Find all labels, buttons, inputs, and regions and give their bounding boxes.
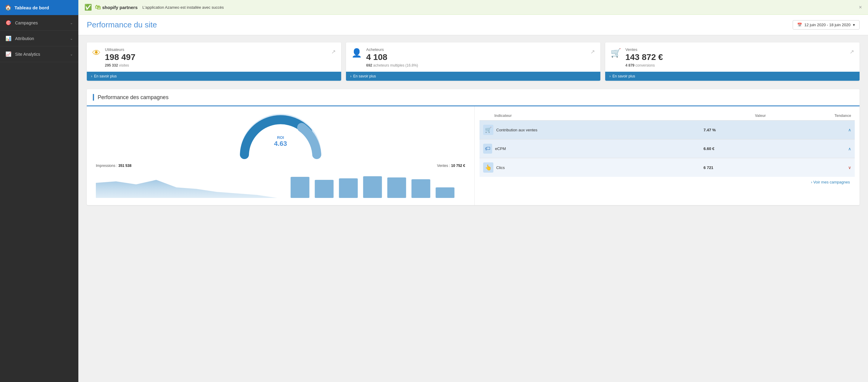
col-indicateur: Indicateur — [479, 111, 700, 121]
kpi-utilisateurs-label: Utilisateurs — [105, 47, 135, 52]
row-3-label: Clics — [496, 165, 505, 170]
sidebar-item-site-analytics[interactable]: 📈 Site Analytics ⌄ — [0, 46, 79, 62]
mini-chart-wrapper — [93, 171, 468, 199]
svg-rect-1 — [290, 177, 309, 198]
row-3-trend: ∨ — [770, 158, 855, 177]
sidebar-header[interactable]: 🏠 Tableau de bord — [0, 0, 79, 15]
kpi-acheteurs-label: Acheteurs — [366, 47, 418, 52]
table-row: 👆 Clics 6 721 ∨ — [479, 158, 855, 177]
kpi-acheteurs-cta-chevron: › — [350, 74, 351, 78]
sidebar: 🏠 Tableau de bord 🎯 Campagnes ⌄ 📊 Attrib… — [0, 0, 79, 382]
page-title: Performance du site — [87, 20, 157, 30]
gauge-chart: ROI 4.63 — [236, 113, 326, 161]
gauge-area: ROI 4.63 Impressions : 351 538 Ventes : … — [87, 106, 474, 205]
campaigns-section-title: Performance des campagnes — [98, 94, 168, 101]
kpi-ventes-sub-strong: 4 879 — [625, 63, 634, 67]
kpi-acheteurs-cta[interactable]: › En savoir plus — [346, 72, 600, 81]
main-content: ✅ 🛍 shopify partners L'application Azame… — [79, 0, 868, 382]
row-1-indicator: 🛒 Contribution aux ventes — [479, 121, 700, 139]
campaigns-section-header: Performance des campagnes — [87, 89, 860, 106]
attribution-icon: 📊 — [5, 36, 11, 41]
svg-rect-2 — [315, 180, 333, 198]
dashboard-icon: 🏠 — [5, 4, 11, 11]
kpi-acheteurs-value: 4 108 — [366, 53, 418, 62]
sidebar-item-campagnes-label: Campagnes — [15, 21, 38, 25]
row-2-trend: ∧ — [770, 139, 855, 158]
kpi-card-ventes: 🛒 Ventes 143 872 € 4 879 conversions ↗ › — [605, 42, 860, 81]
sidebar-item-site-analytics-label: Site Analytics — [15, 52, 40, 57]
svg-rect-6 — [411, 179, 430, 198]
contribution-cart-icon: 🛒 — [483, 125, 493, 135]
date-range-label: 12 juin 2020 - 18 juin 2020 — [804, 23, 850, 27]
sidebar-header-label: Tableau de bord — [14, 5, 49, 10]
campaigns-section: Performance des campagnes — [87, 89, 860, 205]
row-3-value: 6 721 — [700, 158, 770, 177]
kpi-utilisateurs-cta-chevron: › — [91, 74, 92, 78]
impressions-label: Impressions : 351 538 — [96, 164, 131, 168]
svg-rect-4 — [363, 176, 382, 198]
banner-message: L'application Azameo est installée avec … — [143, 5, 224, 10]
calendar-icon: 📅 — [797, 23, 802, 27]
site-analytics-chevron: ⌄ — [70, 52, 73, 56]
kpi-acheteurs-sub-strong: 692 — [366, 63, 372, 67]
check-icon: ✅ — [84, 4, 92, 11]
kpi-ventes-cta-chevron: › — [610, 74, 611, 78]
row-2-value: 6.60 € — [700, 139, 770, 158]
kpi-ventes-label: Ventes — [625, 47, 663, 52]
kpi-card-acheteurs: 👤 Acheteurs 4 108 692 acheteurs multiple… — [346, 42, 600, 81]
campagnes-chevron: ⌄ — [70, 21, 73, 25]
kpi-acheteurs-sub-text: acheteurs multiples (16.8%) — [372, 63, 418, 67]
stats-table-header-row: Indicateur Valeur Tendance — [479, 111, 855, 121]
stats-table: Indicateur Valeur Tendance 🛒 Contri — [479, 111, 855, 177]
sidebar-item-attribution-label: Attribution — [15, 36, 34, 41]
main-body: 👁 Utilisateurs 198 497 295 332 visites ↗… — [79, 35, 868, 212]
table-row: 🛒 Contribution aux ventes 7.47 % ∧ — [479, 121, 855, 139]
close-banner-button[interactable]: × — [859, 4, 862, 10]
kpi-utilisateurs-cta-label: En savoir plus — [94, 74, 117, 78]
row-2-indicator: 🏷 eCPM — [479, 139, 700, 158]
success-banner: ✅ 🛍 shopify partners L'application Azame… — [79, 0, 868, 15]
kpi-utilisateurs-sub: 295 332 visites — [105, 63, 135, 67]
ventes-value: 10 752 € — [451, 164, 465, 168]
shopify-logo-text: shopify partners — [102, 5, 138, 10]
kpi-ventes-value: 143 872 € — [625, 53, 663, 62]
voir-mes-campagnes-link[interactable]: › Voir mes campagnes — [479, 177, 855, 187]
trend-up-icon: ∧ — [848, 127, 851, 132]
trend-down-icon: ∨ — [848, 165, 851, 170]
date-range-button[interactable]: 📅 12 juin 2020 - 18 juin 2020 ▾ — [793, 20, 860, 30]
row-1-label: Contribution aux ventes — [496, 128, 538, 132]
page-header: Performance du site 📅 12 juin 2020 - 18 … — [79, 15, 868, 35]
campaigns-body: ROI 4.63 Impressions : 351 538 Ventes : … — [87, 106, 860, 205]
kpi-row: 👁 Utilisateurs 198 497 295 332 visites ↗… — [87, 42, 860, 81]
date-range-chevron-icon: ▾ — [853, 23, 855, 27]
row-3-indicator: 👆 Clics — [479, 158, 700, 177]
sidebar-item-campagnes[interactable]: 🎯 Campagnes ⌄ — [0, 15, 79, 31]
col-valeur: Valeur — [700, 111, 770, 121]
voir-link-anchor[interactable]: › Voir mes campagnes — [811, 180, 850, 184]
kpi-utilisateurs-sub-strong: 295 332 — [105, 63, 118, 67]
kpi-acheteurs-arrow-icon: ↗ — [590, 49, 595, 55]
row-1-trend: ∧ — [770, 121, 855, 139]
shopify-logo: 🛍 shopify partners — [95, 4, 138, 11]
gauge-label: ROI 4.63 — [274, 135, 287, 148]
kpi-utilisateurs-arrow-icon: ↗ — [331, 49, 336, 55]
gauge-roi-value: 4.63 — [274, 140, 287, 148]
eye-icon: 👁 — [92, 48, 101, 58]
sidebar-item-attribution[interactable]: 📊 Attribution ⌄ — [0, 31, 79, 46]
kpi-acheteurs-cta-label: En savoir plus — [353, 74, 376, 78]
banner-left: ✅ 🛍 shopify partners L'application Azame… — [84, 4, 224, 11]
svg-rect-7 — [435, 187, 454, 198]
row-1-value: 7.47 % — [700, 121, 770, 139]
kpi-ventes-sub: 4 879 conversions — [625, 63, 663, 67]
clics-hand-icon: 👆 — [483, 162, 493, 172]
stats-area: Indicateur Valeur Tendance 🛒 Contri — [474, 106, 860, 205]
row-2-label: eCPM — [495, 147, 506, 151]
kpi-ventes-cta[interactable]: › En savoir plus — [605, 72, 860, 81]
mini-chart-svg — [96, 171, 465, 198]
kpi-utilisateurs-cta[interactable]: › En savoir plus — [87, 72, 341, 81]
impressions-value: 351 538 — [119, 164, 131, 168]
kpi-acheteurs-sub: 692 acheteurs multiples (16.8%) — [366, 63, 418, 67]
impressions-row: Impressions : 351 538 Ventes : 10 752 € — [93, 164, 468, 168]
attribution-chevron: ⌄ — [70, 36, 73, 41]
kpi-utilisateurs-sub-text: visites — [118, 63, 129, 67]
